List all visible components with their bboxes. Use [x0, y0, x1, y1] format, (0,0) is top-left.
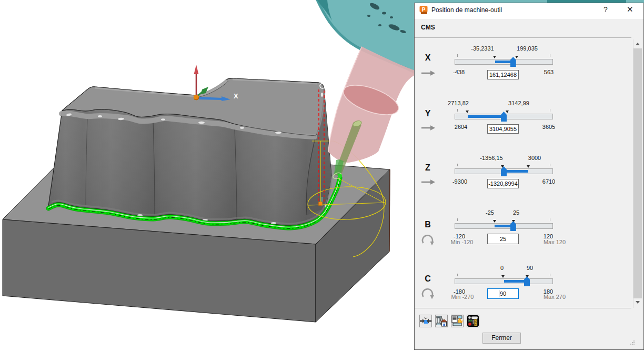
svg-text:X: X	[234, 92, 238, 100]
svg-text:P: P	[422, 7, 426, 13]
